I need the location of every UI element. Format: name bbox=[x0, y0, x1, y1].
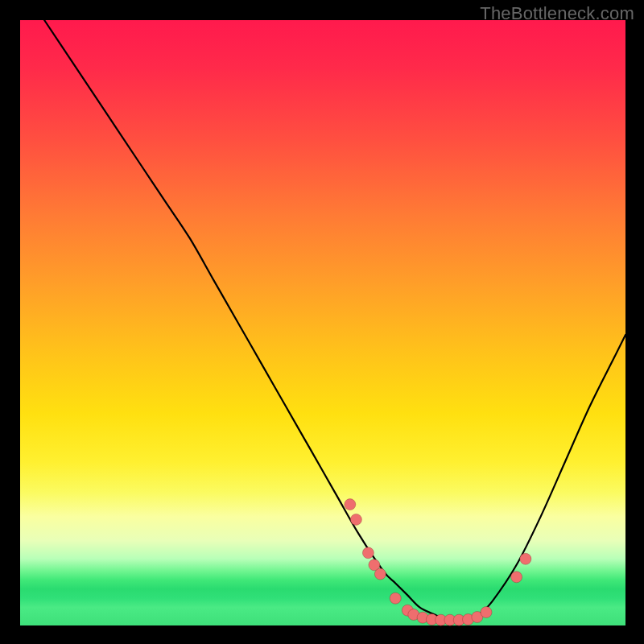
bottleneck-curve bbox=[44, 20, 625, 620]
highlight-dot bbox=[481, 607, 492, 618]
chart-frame: TheBottleneck.com bbox=[0, 0, 644, 644]
highlight-dot bbox=[374, 568, 386, 580]
highlight-dot bbox=[520, 553, 531, 564]
highlight-dot bbox=[345, 499, 356, 510]
highlight-dot bbox=[350, 514, 361, 525]
highlight-dot bbox=[390, 592, 401, 604]
highlight-dot bbox=[362, 547, 374, 559]
plot-area bbox=[20, 20, 625, 625]
highlight-dot bbox=[511, 572, 522, 583]
chart-svg bbox=[20, 20, 625, 625]
highlighted-points-group bbox=[345, 499, 531, 626]
